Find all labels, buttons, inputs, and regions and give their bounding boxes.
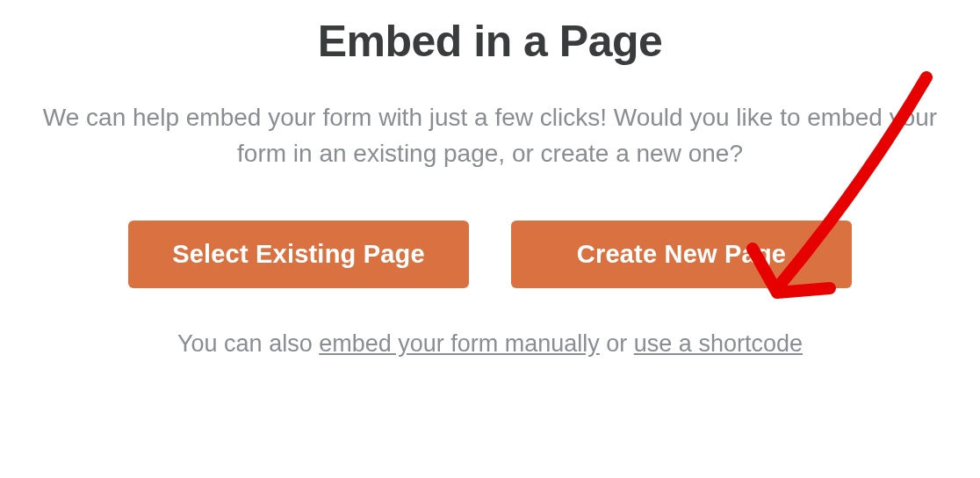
button-row: Select Existing Page Create New Page: [128, 221, 852, 288]
embed-manually-link[interactable]: embed your form manually: [319, 330, 600, 357]
footer-prefix: You can also: [177, 330, 319, 357]
footer-text: You can also embed your form manually or…: [177, 330, 803, 358]
create-new-page-button[interactable]: Create New Page: [511, 221, 852, 288]
use-shortcode-link[interactable]: use a shortcode: [634, 330, 803, 357]
footer-middle: or: [600, 330, 634, 357]
page-title: Embed in a Page: [318, 16, 663, 67]
select-existing-page-button[interactable]: Select Existing Page: [128, 221, 469, 288]
embed-description: We can help embed your form with just a …: [25, 100, 955, 171]
